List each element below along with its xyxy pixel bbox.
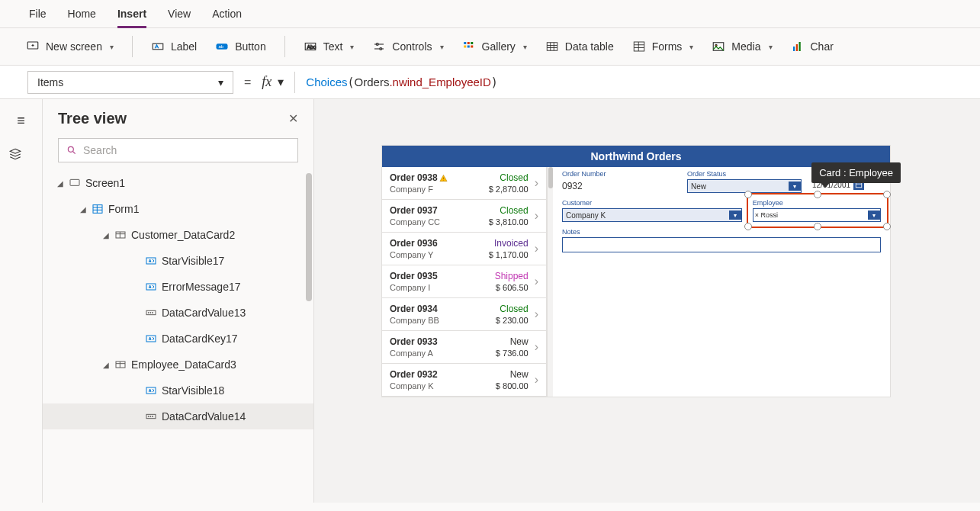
employee-dropdown[interactable]: × Rossi▾ — [753, 208, 881, 222]
tree-item[interactable]: ◢Screen1 — [43, 170, 313, 196]
hamburger-icon[interactable]: ≡ — [17, 113, 25, 129]
order-row[interactable]: Order 0933Company ANew$ 736.00› — [382, 331, 546, 364]
tree-item[interactable]: ◢Employee_DataCard3 — [43, 352, 313, 378]
controls-button[interactable]: Controls▾ — [372, 40, 443, 53]
svg-point-60 — [152, 416, 153, 416]
warning-icon — [439, 174, 448, 182]
tree-view-title: Tree view — [58, 110, 127, 127]
notes-input[interactable] — [562, 237, 881, 252]
left-rail: ≡ — [0, 99, 43, 503]
svg-rect-52 — [116, 362, 125, 368]
text-icon: Abc — [304, 40, 317, 53]
tree-view-panel: Tree view ✕ ◢Screen1◢Form1◢Customer_Data… — [43, 99, 314, 503]
tree-item[interactable]: ◢Customer_DataCard2 — [43, 222, 313, 248]
svg-rect-31 — [798, 42, 800, 51]
tree-item[interactable]: DataCardValue14 — [43, 403, 313, 429]
gallery-button[interactable]: Gallery▾ — [462, 40, 527, 53]
tree-item[interactable]: StarVisible17 — [43, 248, 313, 274]
screen-plus-icon — [26, 40, 40, 53]
data-table-button[interactable]: Data table — [545, 40, 614, 53]
svg-rect-23 — [634, 42, 644, 51]
chart-icon — [791, 40, 805, 53]
text-button[interactable]: Abc Text▾ — [304, 40, 355, 53]
svg-rect-13 — [467, 42, 469, 44]
app-preview: Northwind Orders Order 0938Company FClos… — [381, 145, 891, 397]
svg-rect-34 — [70, 179, 79, 185]
formula-input[interactable]: Choices(Orders.nwind_EmployeeID) — [306, 76, 498, 89]
tree-item[interactable]: DataCardValue13 — [43, 300, 313, 326]
menu-action[interactable]: Action — [212, 8, 242, 20]
employee-label: Employee — [753, 199, 881, 207]
tree-item[interactable]: StarVisible18 — [43, 378, 313, 403]
chevron-right-icon: › — [535, 209, 538, 223]
chevron-right-icon: › — [535, 275, 538, 288]
new-screen-button[interactable]: New screen▾ — [26, 40, 114, 53]
tree-item[interactable]: ErrorMessage17 — [43, 274, 313, 300]
chevron-right-icon: › — [535, 340, 538, 354]
customer-dropdown[interactable]: Company K▾ — [562, 208, 742, 222]
svg-rect-29 — [793, 47, 795, 51]
svg-text:ab: ab — [219, 44, 224, 49]
order-row[interactable]: Order 0937Company CCClosed$ 3,810.00› — [382, 200, 546, 233]
order-row[interactable]: Order 0935Company IShipped$ 606.50› — [382, 265, 546, 298]
order-row[interactable]: Order 0936Company YInvoiced$ 1,170.00› — [382, 233, 546, 265]
forms-button[interactable]: Forms▾ — [632, 40, 694, 53]
svg-point-62 — [443, 179, 444, 180]
svg-rect-14 — [471, 42, 473, 44]
chevron-right-icon: › — [535, 307, 538, 321]
svg-text:Abc: Abc — [307, 44, 316, 50]
chevron-right-icon: › — [535, 373, 538, 387]
menu-view[interactable]: View — [168, 8, 191, 20]
chevron-right-icon: › — [535, 242, 538, 256]
svg-point-48 — [150, 312, 151, 313]
order-form: Card : Employee Order Number 0932 Order … — [553, 167, 890, 397]
tree-item[interactable]: ◢Form1 — [43, 196, 313, 222]
order-number-value: 0932 — [562, 179, 676, 193]
order-row[interactable]: Order 0938Company FClosed$ 2,870.00› — [382, 167, 546, 200]
search-input[interactable] — [58, 138, 298, 162]
customer-label: Customer — [562, 199, 742, 207]
fx-button[interactable]: fx▾ — [262, 74, 284, 90]
svg-point-59 — [150, 416, 151, 416]
orders-gallery[interactable]: Order 0938Company FClosed$ 2,870.00›Orde… — [382, 167, 547, 397]
top-menu: File Home Insert View Action — [0, 0, 980, 28]
chevron-down-icon: ▾ — [218, 76, 223, 88]
label-icon — [151, 40, 165, 53]
tree-item[interactable]: DataCardKey17 — [43, 326, 313, 352]
svg-rect-35 — [93, 205, 102, 214]
svg-rect-15 — [464, 46, 466, 48]
ribbon: New screen▾ Label ab Button Abc Text▾ Co… — [0, 28, 980, 66]
menu-home[interactable]: Home — [68, 8, 96, 20]
close-icon[interactable]: ✕ — [288, 111, 298, 126]
svg-rect-12 — [464, 42, 466, 44]
svg-rect-16 — [467, 46, 469, 48]
chart-button[interactable]: Char — [791, 40, 834, 53]
menu-file[interactable]: File — [29, 8, 47, 20]
svg-rect-30 — [795, 44, 797, 51]
media-button[interactable]: Media▾ — [712, 40, 772, 53]
button-button[interactable]: ab Button — [215, 40, 265, 53]
forms-icon — [632, 40, 646, 53]
menu-insert[interactable]: Insert — [117, 8, 146, 28]
svg-point-49 — [152, 312, 153, 313]
tree-view-tab-icon[interactable] — [0, 143, 34, 169]
tree-list: ◢Screen1◢Form1◢Customer_DataCard2StarVis… — [43, 170, 313, 503]
order-status-dropdown[interactable]: New▾ — [687, 179, 802, 193]
svg-point-58 — [148, 416, 149, 416]
order-row[interactable]: Order 0934Company BBClosed$ 230.00› — [382, 298, 546, 331]
svg-rect-18 — [547, 43, 557, 51]
order-row[interactable]: Order 0932Company KNew$ 800.00› — [382, 364, 546, 397]
property-selector[interactable]: Items ▾ — [27, 71, 233, 94]
gallery-scrollbar[interactable] — [547, 167, 553, 397]
scrollbar-thumb[interactable] — [306, 173, 312, 301]
label-button[interactable]: Label — [151, 40, 197, 53]
svg-rect-63 — [856, 182, 862, 188]
button-icon: ab — [215, 40, 229, 53]
table-icon — [545, 40, 559, 53]
chevron-right-icon: › — [535, 176, 538, 190]
order-status-label: Order Status — [687, 170, 802, 178]
canvas: Northwind Orders Order 0938Company FClos… — [314, 99, 980, 503]
controls-icon — [372, 40, 386, 53]
svg-point-47 — [148, 312, 149, 313]
svg-line-33 — [73, 152, 76, 154]
